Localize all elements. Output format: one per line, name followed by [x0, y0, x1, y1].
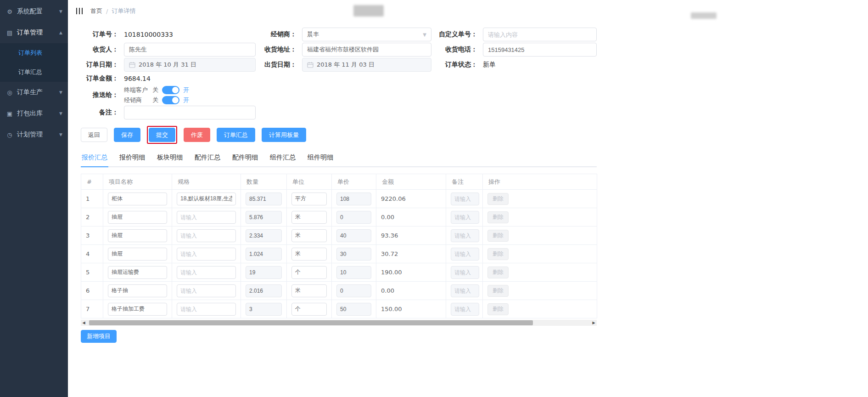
col-header-spec: 规格: [172, 174, 241, 190]
remark-cell-input[interactable]: [451, 229, 479, 242]
price-input[interactable]: [336, 229, 371, 242]
spec-input[interactable]: [177, 266, 236, 279]
submit-button[interactable]: 提交: [149, 128, 175, 142]
tab-quote-summary[interactable]: 报价汇总: [81, 149, 108, 167]
sidebar-item-packing-outbound[interactable]: ▣ 打包出库 ▼: [0, 103, 68, 124]
item-name-input[interactable]: [108, 193, 167, 205]
row-index: 4: [81, 245, 103, 263]
tab-component-detail[interactable]: 组件明细: [307, 149, 334, 167]
delete-button[interactable]: 删除: [487, 303, 509, 315]
delete-button[interactable]: 删除: [487, 211, 509, 223]
sidebar-item-order-management[interactable]: ▤ 订单管理 ▲: [0, 22, 68, 43]
price-input[interactable]: [336, 284, 371, 297]
unit-input[interactable]: [291, 303, 327, 316]
dealer-select[interactable]: 晨丰 ▼: [302, 28, 431, 41]
remark-cell-input[interactable]: [451, 248, 479, 261]
price-input[interactable]: [336, 211, 371, 224]
unit-input[interactable]: [291, 229, 327, 242]
tab-component-summary[interactable]: 组件汇总: [269, 149, 297, 167]
qty-input[interactable]: [246, 229, 282, 242]
spec-input[interactable]: [177, 284, 236, 297]
price-input[interactable]: [336, 248, 371, 261]
tab-board-detail[interactable]: 板块明细: [156, 149, 184, 167]
price-input[interactable]: [336, 303, 371, 316]
unit-input[interactable]: [291, 193, 327, 205]
scroll-right-arrow[interactable]: ▶: [591, 320, 597, 326]
phone-input[interactable]: [483, 43, 597, 57]
delete-button[interactable]: 删除: [487, 193, 509, 205]
back-button[interactable]: 返回: [81, 128, 107, 142]
item-name-input[interactable]: [108, 266, 167, 279]
sidebar-item-order-list[interactable]: 订单列表: [0, 43, 68, 62]
item-name-input[interactable]: [108, 248, 167, 261]
save-button[interactable]: 保存: [114, 128, 140, 142]
item-name-input[interactable]: [108, 284, 167, 297]
toggle-off-label: 关: [152, 86, 158, 94]
unit-input[interactable]: [291, 284, 327, 297]
address-input[interactable]: [302, 43, 431, 57]
qty-input[interactable]: [246, 211, 282, 224]
spec-input[interactable]: [177, 303, 236, 316]
qty-input[interactable]: [246, 248, 282, 261]
spec-input[interactable]: [177, 193, 236, 205]
tab-fitting-detail[interactable]: 配件明细: [231, 149, 259, 167]
scrollbar-thumb[interactable]: [89, 320, 532, 325]
dealer-toggle[interactable]: [162, 96, 179, 104]
scroll-left-arrow[interactable]: ◀: [81, 320, 87, 326]
sidebar-item-system-config[interactable]: ⚙ 系统配置 ▼: [0, 1, 68, 22]
sidebar-item-order-production[interactable]: ◎ 订单生产 ▼: [0, 82, 68, 103]
sidebar-item-order-summary[interactable]: 订单汇总: [0, 62, 68, 82]
tab-fitting-summary[interactable]: 配件汇总: [194, 149, 221, 167]
remark-cell-input[interactable]: [451, 266, 479, 279]
breadcrumb-home[interactable]: 首页: [90, 7, 102, 15]
table-row: 1 9220.06 删除: [81, 190, 597, 208]
item-name-input[interactable]: [108, 229, 167, 242]
order-summary-button[interactable]: 订单汇总: [217, 128, 255, 142]
delete-button[interactable]: 删除: [487, 230, 509, 242]
remark-input[interactable]: [124, 106, 256, 119]
ship-date-label: 出货日期：: [256, 61, 302, 69]
unit-input[interactable]: [291, 248, 327, 261]
tab-quote-detail[interactable]: 报价明细: [118, 149, 146, 167]
form-row: 订单日期： 2018 年 10 月 31 日 出货日期： 2018 年 11 月…: [81, 58, 868, 72]
spec-input[interactable]: [177, 211, 236, 224]
price-input[interactable]: [336, 193, 371, 205]
sidebar-item-plan-management[interactable]: ◷ 计划管理 ▼: [0, 124, 68, 145]
consignee-input[interactable]: [124, 43, 256, 57]
amount-cell: 0.00: [376, 208, 446, 227]
delete-button[interactable]: 删除: [487, 248, 509, 260]
calc-board-button[interactable]: 计算用板量: [262, 128, 306, 142]
main-area: 首页 / 订单详情 订单号： 101810000333 经销商： 晨丰 ▼ 自定…: [68, 0, 868, 397]
row-index: 7: [81, 300, 103, 318]
col-header-item-name: 项目名称: [103, 174, 172, 190]
delete-button[interactable]: 删除: [487, 285, 509, 297]
spec-input[interactable]: [177, 248, 236, 261]
remark-cell-input[interactable]: [451, 284, 479, 297]
remark-label: 备注：: [81, 108, 124, 117]
remark-cell-input[interactable]: [451, 211, 479, 224]
horizontal-scrollbar[interactable]: ◀ ▶: [81, 320, 597, 326]
order-detail-content: 订单号： 101810000333 经销商： 晨丰 ▼ 自定义单号： 收货人： …: [68, 22, 868, 343]
add-item-button[interactable]: 新增项目: [81, 330, 117, 343]
scrollbar-track[interactable]: [87, 320, 591, 326]
unit-input[interactable]: [291, 266, 327, 279]
remark-cell-input[interactable]: [451, 303, 479, 316]
remark-cell-input[interactable]: [451, 193, 479, 205]
price-input[interactable]: [336, 266, 371, 279]
spec-input[interactable]: [177, 229, 236, 242]
unit-input[interactable]: [291, 211, 327, 224]
collapse-menu-icon[interactable]: [76, 8, 83, 14]
delete-button[interactable]: 删除: [487, 267, 509, 278]
void-button[interactable]: 作废: [184, 128, 210, 142]
custom-no-input[interactable]: [483, 28, 597, 41]
item-name-input[interactable]: [108, 211, 167, 224]
qty-input[interactable]: [246, 266, 282, 279]
terminal-customer-toggle[interactable]: [162, 86, 179, 94]
qty-input[interactable]: [246, 193, 282, 205]
qty-input[interactable]: [246, 284, 282, 297]
col-header-qty: 数量: [241, 174, 287, 190]
item-name-input[interactable]: [108, 303, 167, 316]
order-date-picker[interactable]: 2018 年 10 月 31 日: [124, 58, 256, 72]
ship-date-picker[interactable]: 2018 年 11 月 03 日: [302, 58, 431, 72]
qty-input[interactable]: [246, 303, 282, 316]
